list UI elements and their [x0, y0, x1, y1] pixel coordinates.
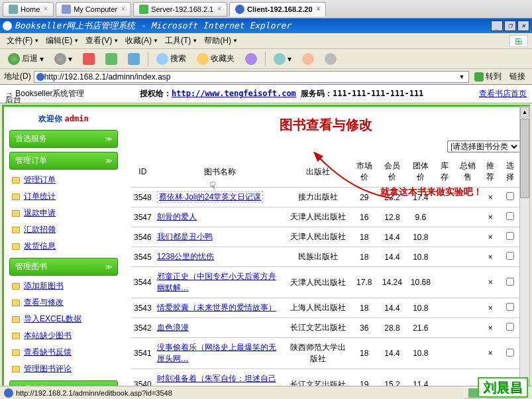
- chevron-down-icon: ▾: [40, 54, 44, 64]
- sidebar-link[interactable]: 管理订单: [9, 172, 118, 188]
- row-checkbox[interactable]: [506, 212, 514, 220]
- row-checkbox[interactable]: [506, 323, 514, 331]
- row-checkbox[interactable]: [506, 278, 514, 286]
- taskbar-tab-label: Home: [21, 5, 40, 13]
- col-stock: 库存: [435, 156, 454, 188]
- sidebar-link[interactable]: 汇款招领: [9, 222, 118, 237]
- ie-icon: [4, 388, 13, 398]
- forward-button[interactable]: ▾: [50, 51, 76, 67]
- cell-gp: 10.8: [406, 338, 435, 369]
- links-button[interactable]: 链接: [507, 70, 528, 84]
- ie-icon: [36, 73, 44, 81]
- cell-sel: [500, 188, 520, 207]
- row-checkbox[interactable]: [506, 303, 514, 311]
- taskbar-tab-mycomputer[interactable]: My Computer×: [56, 2, 131, 17]
- favorites-button[interactable]: 收藏夹: [193, 51, 239, 67]
- cell-name: 我们都是丑小鸭: [154, 227, 286, 247]
- home-icon: [128, 53, 140, 65]
- cell-sel: [500, 207, 520, 227]
- menu-view[interactable]: 查看(V)▼: [83, 34, 121, 48]
- menubar: 文件(F)▼ 编辑(E)▼ 查看(V)▼ 收藏(A)▼ 工具(T)▼ 帮助(H)…: [0, 33, 532, 49]
- address-input[interactable]: [44, 72, 457, 82]
- cell-name: 情爱胶囊（未来世界的爱情故事）: [154, 298, 286, 318]
- book-link[interactable]: 蔡依林·Joli的24堂英文日记课: [157, 191, 264, 203]
- ie-icon: [235, 5, 244, 14]
- bullet-icon: [12, 283, 20, 290]
- row-checkbox[interactable]: [506, 349, 514, 357]
- scroll-up-button[interactable]: ▲: [520, 107, 529, 117]
- cell-sold: [454, 188, 480, 207]
- history-button[interactable]: ▾: [270, 51, 295, 67]
- print-button[interactable]: [321, 51, 341, 67]
- close-icon[interactable]: ×: [317, 5, 321, 13]
- sidebar-link[interactable]: 查看与修改: [9, 295, 118, 310]
- menu-help[interactable]: 帮助(H)▼: [201, 34, 240, 48]
- taskbar-tab-client[interactable]: Client-192.168.2.20×: [229, 2, 326, 17]
- sidebar-group-header[interactable]: 管理订单≫: [9, 152, 118, 170]
- taskbar-tab-label: Client-192.168.2.20: [247, 5, 312, 13]
- sidebar-link[interactable]: 管理图书评论: [9, 361, 118, 376]
- close-button[interactable]: ×: [517, 21, 529, 31]
- go-label: 转到: [486, 71, 502, 82]
- book-link[interactable]: 我们都是丑小鸭: [157, 232, 213, 241]
- sidebar-link[interactable]: 添加新图书: [9, 278, 118, 294]
- maximize-button[interactable]: ❐: [504, 21, 516, 31]
- home-button[interactable]: [124, 51, 144, 67]
- search-button[interactable]: 搜索: [152, 51, 190, 67]
- chevron-down-icon[interactable]: ▼: [457, 74, 466, 80]
- sidebar-link[interactable]: 发货信息: [9, 239, 118, 254]
- back-button[interactable]: 后退 ▾: [4, 51, 48, 67]
- sidebar-group-header[interactable]: 管理图书≫: [9, 258, 118, 276]
- minimize-button[interactable]: _: [491, 21, 503, 31]
- menu-tools[interactable]: 工具(T)▼: [162, 34, 200, 48]
- separator: [148, 52, 148, 66]
- taskbar-tab-home[interactable]: Home×: [3, 2, 54, 17]
- row-checkbox[interactable]: [506, 232, 514, 240]
- history-icon: [274, 53, 286, 65]
- sidebar-link[interactable]: 导入EXCEL数据: [9, 312, 118, 327]
- book-link[interactable]: 1238公里的忧伤: [157, 252, 215, 261]
- home-icon: [9, 5, 18, 14]
- scroll-thumb[interactable]: [520, 119, 529, 198]
- mail-button[interactable]: [298, 51, 318, 67]
- media-button[interactable]: [241, 51, 261, 67]
- store-home-link[interactable]: 查看书店首页: [479, 88, 527, 99]
- go-icon: [474, 72, 484, 82]
- cell-sold: [454, 267, 480, 298]
- sidebar-group-header[interactable]: 首选服务≫: [9, 130, 118, 148]
- book-link[interactable]: 情爱胶囊（未来世界的爱情故事）: [157, 303, 276, 312]
- go-button[interactable]: 转到: [472, 70, 504, 84]
- row-checkbox[interactable]: [506, 252, 514, 260]
- cell-rec: ×: [480, 247, 500, 267]
- menu-file[interactable]: 文件(F)▼: [4, 34, 42, 48]
- book-link[interactable]: 血色浪漫: [157, 323, 189, 332]
- chevron-down-icon: ▼: [34, 38, 39, 44]
- close-icon[interactable]: ×: [44, 5, 48, 13]
- stop-button[interactable]: [79, 51, 99, 67]
- book-link[interactable]: 邪童正史（中国专栏小天后蒋方舟幽默解…: [157, 272, 276, 292]
- book-link[interactable]: 没事偷着乐（网络史上最爆笑的无厘头网…: [157, 343, 276, 363]
- close-icon[interactable]: ×: [217, 5, 221, 13]
- menu-edit[interactable]: 编辑(E)▼: [43, 34, 81, 48]
- cell-name: 邪童正史（中国专栏小天后蒋方舟幽默解…: [154, 267, 286, 298]
- category-select[interactable]: |请选择图书分类: [447, 141, 520, 152]
- status-url: http://192.168.2.1/adminn/editbook.asp?i…: [16, 389, 172, 397]
- row-checkbox[interactable]: [506, 192, 514, 200]
- toolbar: 后退 ▾ ▾ 搜索 收藏夹 ▾: [0, 49, 532, 69]
- sidebar-link[interactable]: 查看缺书反馈: [9, 345, 118, 360]
- book-link[interactable]: 刻骨的爱人: [157, 212, 197, 221]
- sidebar-link[interactable]: 本站缺少图书: [9, 328, 118, 343]
- table-row: 3541没事偷着乐（网络史上最爆笑的无厘头网…陕西师范大学出版社1814.410…: [131, 338, 520, 369]
- taskbar-tab-server[interactable]: Server-192.168.2.1×: [133, 2, 227, 17]
- sidebar-link[interactable]: 退款申请: [9, 205, 118, 221]
- cell-pub: 接力出版社: [286, 188, 350, 207]
- vertical-scrollbar[interactable]: ▲ ▼: [519, 106, 530, 391]
- menu-favorites[interactable]: 收藏(A)▼: [123, 34, 161, 48]
- cell-pub: 上海人民出版社: [286, 298, 350, 318]
- refresh-button[interactable]: [101, 51, 121, 67]
- close-icon[interactable]: ×: [121, 5, 125, 13]
- auth-link[interactable]: http://www.tengfeisoft.com: [172, 89, 296, 98]
- sidebar-link[interactable]: 订单统计: [9, 189, 118, 204]
- cell-stock: [435, 207, 454, 227]
- address-input-wrap[interactable]: ▼: [34, 71, 469, 83]
